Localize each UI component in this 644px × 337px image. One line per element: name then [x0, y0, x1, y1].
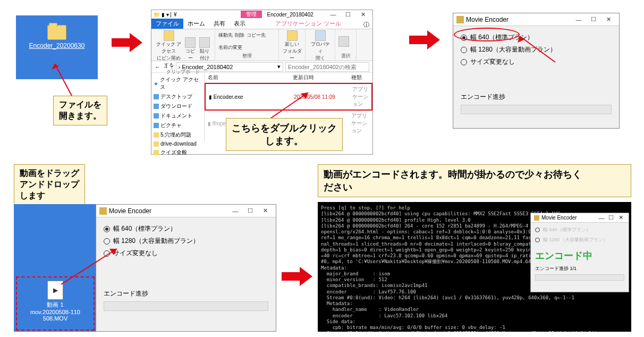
- tab-home[interactable]: ホーム: [183, 19, 209, 29]
- progress-track-3: エンコード進捗 1/1: [531, 264, 629, 273]
- nav-desktop[interactable]: デスクトップ: [154, 92, 202, 102]
- progress-label: エンコード進捗: [453, 89, 619, 105]
- ribbon-copyto[interactable]: コピー先: [247, 32, 266, 39]
- tab-view[interactable]: 表示: [230, 19, 250, 29]
- ribbon-newfolder[interactable]: 新しい フォルダー: [282, 30, 302, 62]
- app-title: Movie Encoder: [466, 16, 509, 23]
- tab-share[interactable]: 共有: [209, 19, 230, 29]
- ribbon-rename[interactable]: 名前の変更: [218, 44, 242, 51]
- nav-folder-5[interactable]: 5.穴埋め問題: [154, 130, 202, 140]
- app-title-3: Movie Encoder: [541, 215, 577, 221]
- nav-pictures[interactable]: ピクチャ: [154, 121, 202, 130]
- ribbon-group-organize: 整理: [218, 53, 275, 60]
- breadcrumb[interactable]: › Encoder_20180402▾: [176, 62, 283, 72]
- svg-marker-10: [282, 267, 312, 286]
- explorer-qat-glyph: 📁 ▮ ▾ |: [154, 12, 172, 18]
- tab-file[interactable]: ファイル: [151, 19, 183, 29]
- radio3-640: 幅 640（標準プラン）: [535, 225, 624, 235]
- app-icon: [456, 16, 464, 23]
- app-icon-2: [99, 207, 107, 215]
- nav-fwd-icon[interactable]: →: [163, 64, 168, 70]
- thin-arrow-1: [50, 61, 77, 98]
- progress-bar-2: [104, 301, 268, 311]
- callout-dragdrop: 動画をドラッグ アンドドロップ します: [14, 164, 85, 205]
- app-min[interactable]: —: [571, 15, 586, 24]
- radio2-640[interactable]: 幅 640（標準プラン）: [104, 223, 268, 235]
- ribbon-paste[interactable]: 貼り付け: [198, 37, 211, 62]
- app-close[interactable]: ✕: [601, 15, 616, 24]
- progress-label-2: エンコード進捗: [96, 286, 276, 301]
- nav-pane: ★クイック アクセス デスクトップ ダウンロード ドキュメント ピクチャ 5.穴…: [151, 73, 205, 142]
- callout-encoding: 動画がエンコードされます。時間が掛かるので少々お待ちく ださい: [318, 164, 631, 197]
- movie-encoder-window-3: Movie Encoder — ☐ ✕ 幅 640（標準プラン） 幅 1280（…: [530, 213, 629, 292]
- ribbon-copy[interactable]: コピー: [185, 37, 196, 62]
- tab-app-tools[interactable]: アプリケーション ツール: [271, 19, 345, 29]
- callout-dblclick: こちらをダブルクリック します。: [226, 118, 343, 151]
- nav-downloads[interactable]: ダウンロード: [154, 102, 202, 111]
- address-bar: ← → ↑ › Encoder_20180402▾: [151, 61, 372, 73]
- context-tab-top[interactable]: 管理: [241, 11, 262, 18]
- app-max[interactable]: ☐: [586, 15, 601, 24]
- app3-close[interactable]: ✕: [616, 213, 625, 223]
- callout-open-file: ファイルを 開きます。: [53, 96, 107, 125]
- radio2-noresize[interactable]: サイズ変更なし: [104, 247, 268, 259]
- thin-arrow-drag: [58, 245, 122, 287]
- app3-max[interactable]: ☐: [606, 213, 616, 223]
- ribbon-group-select: 選択: [338, 53, 353, 60]
- svg-marker-7: [518, 36, 525, 43]
- ribbon-help-icon[interactable]: ⓘ: [360, 21, 372, 29]
- radio2-1280[interactable]: 幅 1280（大容量動画プラン）: [104, 235, 268, 247]
- big-arrow-3: [282, 266, 313, 287]
- progress-bar-3: [535, 274, 624, 281]
- minimize-button[interactable]: —: [326, 10, 341, 19]
- app2-min[interactable]: —: [228, 206, 243, 216]
- svg-marker-2: [112, 33, 142, 52]
- ribbon-delete[interactable]: 削除: [235, 32, 244, 39]
- svg-line-3: [271, 92, 308, 118]
- folder-icon[interactable]: [47, 25, 66, 40]
- radio3-1280: 幅 1280（大容量動画プラン）: [535, 235, 624, 245]
- movie-encoder-window-2: Movie Encoder — ☐ ✕ 幅 640（標準プラン） 幅 1280（…: [96, 204, 276, 332]
- file-list-header[interactable]: 名前更新日時種類: [205, 73, 372, 83]
- close-button[interactable]: ✕: [355, 10, 370, 19]
- movie-encoder-window-1: Movie Encoder — ☐ ✕ 幅 640（標準プラン） 幅 1280（…: [453, 13, 620, 129]
- nav-back-icon[interactable]: ←: [155, 64, 160, 70]
- ribbon-tabs: ファイル ホーム 共有 表示 アプリケーション ツール ⓘ: [151, 19, 372, 29]
- thin-arrow-app1: [515, 33, 558, 65]
- explorer-title-text: Encoder_20180402: [267, 12, 313, 18]
- svg-marker-5: [409, 30, 440, 49]
- ribbon-move[interactable]: 移動先: [218, 32, 233, 39]
- app2-max[interactable]: ☐: [243, 206, 258, 216]
- ribbon-group-open: 開く: [309, 55, 332, 62]
- progress-bar: [461, 105, 612, 114]
- search-input[interactable]: [285, 62, 369, 72]
- ribbon: クイック アクセス にピン留めする コピー 貼り付け クリップボード 移動先 削…: [151, 29, 372, 61]
- svg-marker-9: [109, 249, 117, 255]
- explorer-qat-path: ¥: [174, 12, 177, 18]
- nav-folder-7[interactable]: クイズ全般: [154, 148, 202, 157]
- svg-line-0: [55, 64, 72, 96]
- big-arrow-1: [112, 32, 143, 53]
- nav-up-icon[interactable]: ↑: [171, 64, 174, 70]
- nav-documents[interactable]: ドキュメント: [154, 111, 202, 121]
- folder-label: Encoder_20200630: [29, 42, 85, 49]
- svg-line-8: [61, 249, 117, 284]
- video-file-label: 動画 1 mov.20200508-110 508.MOV: [17, 301, 94, 322]
- svg-line-6: [520, 36, 555, 62]
- nav-folder-6[interactable]: drive-download: [154, 140, 202, 148]
- maximize-button[interactable]: ☐: [341, 10, 355, 19]
- svg-marker-4: [301, 92, 308, 99]
- app2-close[interactable]: ✕: [258, 206, 273, 216]
- app-icon-3: [534, 215, 539, 221]
- app3-min[interactable]: —: [597, 213, 606, 223]
- nav-quick-access[interactable]: ★クイック アクセス: [154, 75, 202, 92]
- app-title-2: Movie Encoder: [109, 207, 151, 215]
- big-arrow-2: [409, 29, 441, 50]
- encoding-status: エンコード中: [531, 247, 629, 264]
- ribbon-props[interactable]: プロパティ: [309, 30, 332, 55]
- ribbon-select-icon[interactable]: [338, 36, 349, 47]
